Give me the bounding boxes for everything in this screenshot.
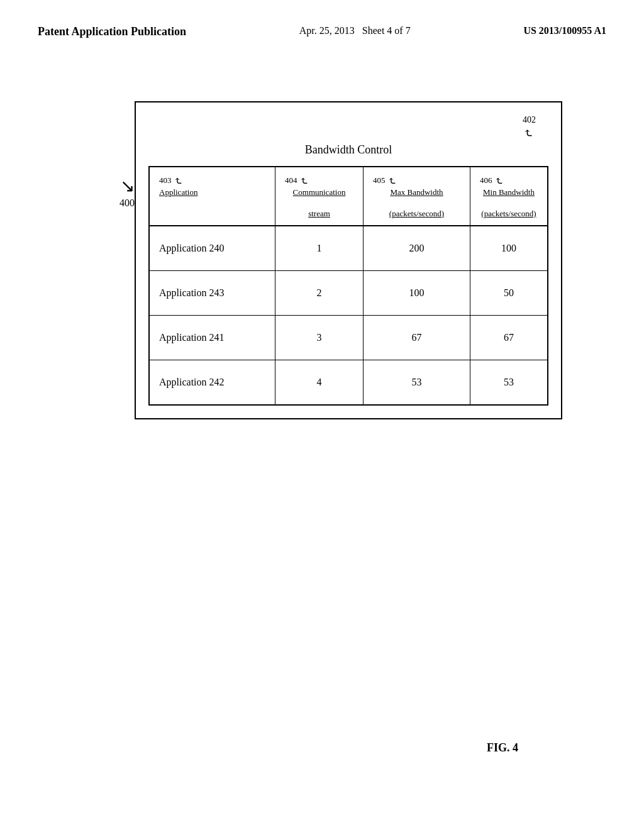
cell-comm-3-value: 4 [285,367,353,398]
cell-app-2-value: Application 241 [159,322,265,353]
figure-label: FIG. 4 [487,741,518,755]
table-row: Application 243 2 100 50 [150,271,547,316]
table-row: Application 240 1 200 100 [150,226,547,271]
cell-app-2: Application 241 [150,316,275,360]
table-box: 403 ⤶ Application 404 ⤶ Communication [148,166,548,406]
cell-max-0: 200 [364,226,470,270]
cell-app-1-value: Application 243 [159,277,265,309]
bracket-row-403: 403 ⤶ [159,174,265,187]
col-comm-stream-header: 404 ⤶ Communication stream [275,167,364,225]
max-bw-header-content: 405 ⤶ Max Bandwidth (packets/second) [373,174,460,219]
patent-number: US 2013/100955 A1 [523,25,606,36]
curly-404-icon: ⤶ [296,176,310,185]
page-header: Patent Application Publication Apr. 25, … [0,0,644,51]
cell-max-3: 53 [364,360,470,404]
label-403-num: 403 [159,175,172,185]
cell-app-3: Application 242 [150,360,275,404]
bracket-row-405: 405 ⤶ [373,174,460,187]
max-bw-col-label-1: Max Bandwidth [373,187,460,197]
label-402-area: 402 ⤶ [148,115,548,140]
label-406-num: 406 [480,175,492,185]
application-col-label: Application [159,187,265,197]
header-date-sheet: Apr. 25, 2013 Sheet 4 of 7 [299,25,411,36]
label-400-container: ↗ 400 [119,177,135,209]
table-row: Application 242 4 53 53 [150,360,547,404]
cell-comm-1: 2 [275,271,364,315]
curly-405-icon: ⤶ [384,176,398,185]
min-bw-col-label-2: (packets/second) [480,209,538,219]
cell-max-2: 67 [364,316,470,360]
label-400-text: 400 [119,197,135,209]
cell-app-0: Application 240 [150,226,275,270]
application-header-content: 403 ⤶ Application [159,174,265,197]
header-right: US 2013/100955 A1 [523,25,606,36]
cell-max-1: 100 [364,271,470,315]
header-center: Apr. 25, 2013 Sheet 4 of 7 [299,25,411,36]
label-404-num: 404 [285,175,297,185]
publication-title: Patent Application Publication [38,25,186,38]
cell-min-0-value: 100 [480,233,538,264]
cell-min-3-value: 53 [480,367,538,398]
figure-area: ↗ 400 402 ⤶ Bandwidth Control [0,51,644,419]
label-402-num: 402 [523,115,536,125]
bracket-row-406: 406 ⤶ [480,174,538,187]
cell-comm-3: 4 [275,360,364,404]
cell-comm-2: 3 [275,316,364,360]
curly-406-icon: ⤶ [491,176,505,185]
cell-min-3: 53 [470,360,547,404]
cell-comm-1-value: 2 [285,277,353,309]
col-min-bw-header: 406 ⤶ Min Bandwidth (packets/second) [470,167,547,225]
curly-402-icon: ⤶ [521,128,536,138]
cell-comm-2-value: 3 [285,322,353,353]
min-bw-header-content: 406 ⤶ Min Bandwidth (packets/second) [480,174,538,219]
label-402-container: 402 ⤶ [523,115,536,140]
cell-max-0-value: 200 [373,233,460,264]
comm-stream-col-label-2: stream [285,209,353,219]
cell-min-1: 50 [470,271,547,315]
curly-403-icon: ⤶ [170,176,184,185]
box-title: Bandwidth Control [148,143,548,157]
cell-max-2-value: 67 [373,322,460,353]
cell-max-3-value: 53 [373,367,460,398]
bracket-row-404: 404 ⤶ [285,174,353,187]
cell-max-1-value: 100 [373,277,460,309]
cell-min-2: 67 [470,316,547,360]
col-max-bw-header: 405 ⤶ Max Bandwidth (packets/second) [364,167,470,225]
comm-stream-col-label-1: Communication [285,187,353,197]
min-bw-col-label-1: Min Bandwidth [480,187,538,197]
label-405-num: 405 [373,175,386,185]
table-header-row: 403 ⤶ Application 404 ⤶ Communication [150,167,547,226]
cell-app-0-value: Application 240 [159,233,265,264]
cell-comm-0-value: 1 [285,233,353,264]
cell-min-2-value: 67 [480,322,538,353]
cell-app-1: Application 243 [150,271,275,315]
comm-stream-header-content: 404 ⤶ Communication stream [285,174,353,219]
max-bw-col-label-2: (packets/second) [373,209,460,219]
bandwidth-control-box: 402 ⤶ Bandwidth Control 403 ⤶ Appl [135,101,562,419]
table-row: Application 241 3 67 67 [150,316,547,360]
cell-comm-0: 1 [275,226,364,270]
cell-min-0: 100 [470,226,547,270]
arrow-400-icon: ↗ [120,177,135,197]
cell-min-1-value: 50 [480,277,538,309]
col-application-header: 403 ⤶ Application [150,167,275,225]
header-left: Patent Application Publication [38,25,186,38]
cell-app-3-value: Application 242 [159,367,265,398]
